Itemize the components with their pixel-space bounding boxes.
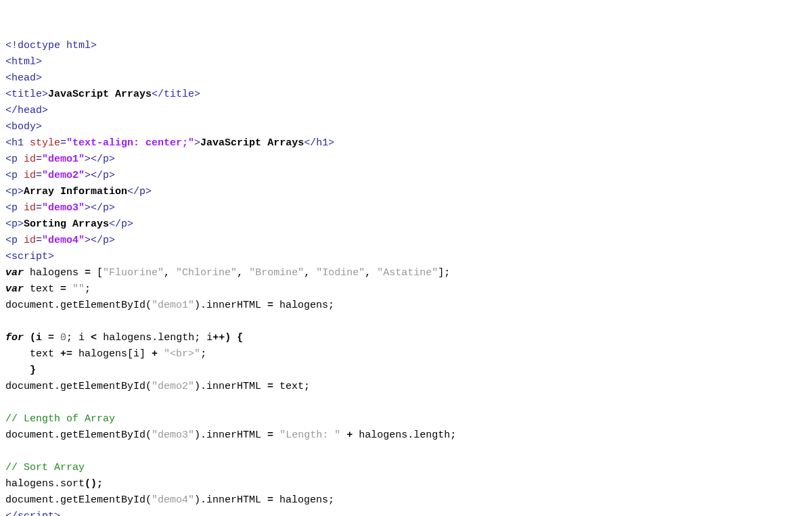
- tag-h1-open: <h1: [5, 137, 24, 149]
- gt: >: [85, 154, 91, 165]
- tag-p-close: </p>: [109, 218, 133, 230]
- code-text: text: [30, 283, 60, 295]
- code-text: document.getElementById(: [5, 300, 152, 311]
- tag-p-close: </p>: [91, 170, 115, 181]
- equals: =: [36, 202, 42, 214]
- tag-head-close: </head>: [5, 105, 48, 116]
- code-text: halogens.length; i: [97, 332, 212, 344]
- str-demo2: "demo2": [152, 381, 194, 392]
- op-plus: +: [346, 429, 353, 441]
- gt: >: [194, 137, 200, 149]
- str-astatine: "Astatine": [377, 267, 438, 279]
- attr-id: id: [24, 235, 36, 246]
- op-call: ();: [85, 478, 103, 490]
- kw-for: for: [5, 332, 24, 344]
- op-eq: =: [85, 267, 91, 279]
- space: [66, 283, 72, 295]
- tag-doctype: <!doctype html>: [5, 40, 97, 51]
- str-bromine: "Bromine": [249, 267, 304, 279]
- tag-p-open: <p: [5, 202, 18, 214]
- comma: ,: [237, 267, 249, 279]
- semi: ;: [85, 283, 91, 295]
- tag-html-open: <html>: [5, 56, 42, 68]
- id-demo2: "demo2": [42, 170, 85, 181]
- space: [18, 202, 24, 214]
- tag-body-open: <body>: [5, 121, 42, 133]
- p-text-array-info: Array Information: [24, 186, 127, 197]
- str-empty: "": [72, 283, 85, 295]
- space: [18, 170, 24, 181]
- op-eq: =: [60, 283, 66, 295]
- str-fluorine: "Fluorine": [103, 267, 164, 279]
- str-br: "<br>": [164, 348, 200, 360]
- tag-p-close: </p>: [127, 186, 152, 197]
- code-text: halogens[i]: [72, 348, 152, 360]
- id-demo1: "demo1": [42, 154, 85, 165]
- op-plus: +: [152, 348, 158, 360]
- semi: ;: [200, 348, 206, 360]
- h1-text: JavaScript Arrays: [200, 137, 304, 149]
- tag-title-close: </title>: [152, 89, 200, 100]
- tag-script-close: </sc: [5, 511, 30, 516]
- num-zero: 0: [60, 332, 66, 344]
- op-eq: =: [267, 381, 273, 392]
- space: [24, 283, 30, 295]
- code-text: document.getElementById(: [5, 381, 152, 392]
- code-text: ).innerHTML: [194, 300, 267, 311]
- tag-head-open: <head>: [5, 72, 42, 84]
- code-text: halogens: [30, 267, 85, 279]
- style-value: "text-align: center;": [66, 137, 194, 149]
- code-text: [: [91, 267, 103, 279]
- gt: >: [85, 202, 91, 214]
- str-length: "Length: ": [279, 429, 340, 441]
- code-text: ) {: [225, 332, 243, 344]
- space: [24, 332, 30, 344]
- code-text: halogens.length;: [353, 429, 456, 441]
- code-text: text;: [273, 381, 310, 392]
- comma: ,: [365, 267, 377, 279]
- p-text-sorting: Sorting Arrays: [24, 218, 109, 230]
- attr-id: id: [24, 154, 36, 165]
- equals: =: [60, 137, 66, 149]
- tag-script-open: <script>: [5, 251, 54, 262]
- title-text: JavaScript Arrays: [48, 89, 152, 100]
- space: [54, 332, 60, 344]
- op-plusplus: ++: [212, 332, 225, 344]
- equals: =: [36, 170, 42, 181]
- gt: >: [85, 235, 91, 246]
- tag-p-close: </p>: [91, 154, 115, 165]
- equals: =: [36, 154, 42, 165]
- space: [24, 267, 30, 279]
- code-text: ).innerHTML: [194, 381, 267, 392]
- comment-length: // Length of Array: [5, 413, 115, 425]
- tag-h1-close: </h1>: [304, 137, 334, 149]
- tag-p-open: <p: [5, 154, 18, 165]
- code-text: document.getElementById(: [5, 429, 152, 441]
- tag-p-open: <p: [5, 235, 18, 246]
- indent: [5, 348, 30, 360]
- code-text: ];: [438, 267, 450, 279]
- indent: [5, 365, 30, 376]
- space: [18, 154, 24, 165]
- attr-id: id: [24, 202, 36, 214]
- gt: >: [85, 170, 91, 181]
- space: [158, 348, 164, 360]
- comma: ,: [164, 267, 176, 279]
- str-iodine: "Iodine": [316, 267, 365, 279]
- kw-var: var: [5, 283, 24, 295]
- op-eq: =: [48, 332, 54, 344]
- comma: ,: [304, 267, 316, 279]
- equals: =: [36, 235, 42, 246]
- comment-sort: // Sort Array: [5, 462, 85, 473]
- op-pluseq: +=: [60, 348, 72, 360]
- code-text: document.getElementById(: [5, 494, 152, 506]
- op-eq: =: [267, 429, 273, 441]
- space: [24, 137, 30, 149]
- tag-p-close: </p>: [91, 235, 115, 246]
- tag-title-open: <title>: [5, 89, 48, 100]
- op-lt: <: [91, 332, 97, 344]
- code-text: text: [30, 348, 60, 360]
- space: [18, 235, 24, 246]
- code-text: halogens;: [273, 300, 334, 311]
- tag-p-open: <p: [5, 170, 18, 181]
